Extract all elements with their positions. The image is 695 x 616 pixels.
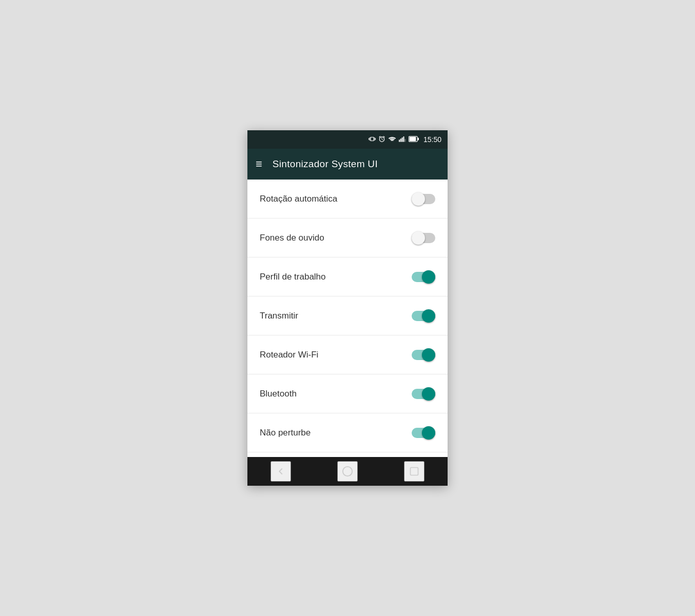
- status-icons: 15:50: [369, 135, 441, 144]
- settings-item-perfil: Perfil de trabalho: [247, 257, 448, 296]
- recents-button[interactable]: [404, 461, 424, 482]
- toggle-thumb-roteador: [422, 348, 435, 362]
- settings-label-rotacao: Rotação automática: [260, 194, 337, 204]
- toggle-thumb-rotacao: [412, 192, 425, 206]
- vibrate-icon: [369, 135, 376, 144]
- back-button[interactable]: [271, 461, 291, 482]
- toggle-perfil[interactable]: [412, 270, 435, 284]
- toggle-rotacao[interactable]: [412, 192, 435, 206]
- nav-bar: [247, 457, 448, 486]
- alarm-icon: [378, 135, 385, 144]
- settings-label-fones: Fones de ouvido: [260, 233, 324, 243]
- toggle-thumb-fones: [412, 231, 425, 245]
- settings-item-rotacao: Rotação automática: [247, 180, 448, 218]
- svg-rect-1: [400, 138, 401, 142]
- recents-icon: [409, 466, 419, 476]
- status-bar: 15:50: [247, 130, 448, 149]
- settings-list: Rotação automáticaFones de ouvidoPerfil …: [247, 180, 448, 457]
- svg-rect-7: [410, 137, 416, 141]
- toggle-fones[interactable]: [412, 231, 435, 245]
- home-icon: [342, 466, 353, 477]
- settings-label-perfil: Perfil de trabalho: [260, 272, 326, 282]
- app-title: Sintonizador System UI: [273, 158, 378, 170]
- menu-icon[interactable]: ≡: [256, 157, 262, 171]
- toggle-thumb-perfil: [422, 270, 435, 284]
- settings-item-volume: Volume: [247, 452, 448, 457]
- toggle-thumb-bluetooth: [422, 387, 435, 401]
- toggle-thumb-nao-perturbe: [422, 426, 435, 440]
- app-bar: ≡ Sintonizador System UI: [247, 149, 448, 180]
- svg-rect-3: [403, 136, 404, 142]
- settings-label-roteador: Roteador Wi-Fi: [260, 350, 318, 360]
- back-icon: [275, 466, 286, 477]
- settings-label-transmitir: Transmitir: [260, 311, 298, 321]
- toggle-roteador[interactable]: [412, 348, 435, 362]
- settings-label-nao-perturbe: Não perturbe: [260, 428, 311, 438]
- settings-item-fones: Fones de ouvido: [247, 218, 448, 257]
- svg-rect-2: [402, 137, 403, 142]
- status-time: 15:50: [423, 135, 441, 144]
- settings-item-roteador: Roteador Wi-Fi: [247, 335, 448, 374]
- svg-rect-0: [399, 140, 400, 142]
- svg-point-8: [343, 467, 352, 476]
- signal-icon: [399, 136, 406, 144]
- settings-item-bluetooth: Bluetooth: [247, 374, 448, 413]
- battery-icon: [409, 136, 419, 144]
- toggle-bluetooth[interactable]: [412, 387, 435, 401]
- toggle-thumb-transmitir: [422, 309, 435, 323]
- settings-label-bluetooth: Bluetooth: [260, 389, 297, 399]
- settings-content: Rotação automáticaFones de ouvidoPerfil …: [247, 180, 448, 457]
- settings-item-transmitir: Transmitir: [247, 296, 448, 335]
- settings-item-nao-perturbe: Não perturbe: [247, 413, 448, 452]
- wifi-status-icon: [388, 136, 396, 144]
- phone-container: 15:50 ≡ Sintonizador System UI Rotação a…: [247, 130, 448, 486]
- svg-rect-6: [418, 137, 419, 140]
- svg-rect-4: [404, 139, 406, 142]
- svg-rect-9: [411, 468, 418, 475]
- toggle-nao-perturbe[interactable]: [412, 426, 435, 440]
- toggle-transmitir[interactable]: [412, 309, 435, 323]
- home-button[interactable]: [337, 461, 358, 482]
